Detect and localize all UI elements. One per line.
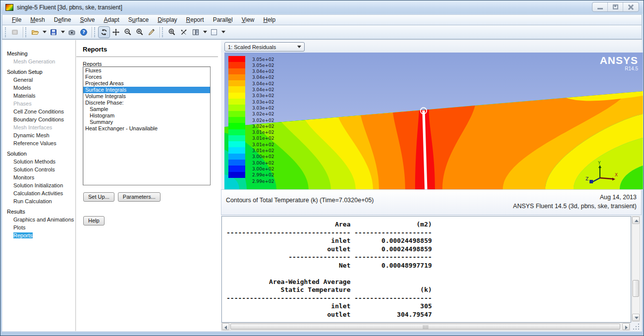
dropdown-arrow-icon[interactable]: [297, 46, 301, 48]
maximize-button[interactable]: [608, 2, 623, 11]
save-case-button[interactable]: [48, 26, 59, 38]
colorbar-label: 3.03e+02: [252, 106, 274, 111]
tree-item-mesh-generation: Mesh Generation: [2, 57, 75, 65]
menu-item-parallel[interactable]: Parallel: [209, 15, 237, 25]
menu-item-surface[interactable]: Surface: [124, 15, 153, 25]
scene-background-dropdown[interactable]: [220, 26, 226, 38]
app-icon: [5, 4, 13, 11]
tree-item-monitors[interactable]: Monitors: [2, 173, 75, 181]
colorbar-label: 3.01e+02: [252, 136, 274, 141]
console-output: Area (m2) ------------------------------…: [226, 221, 432, 319]
resize-grip[interactable]: [633, 324, 640, 331]
menu-item-mesh[interactable]: Mesh: [26, 15, 49, 25]
toolbar-drag-handle[interactable]: [162, 27, 164, 37]
colorbar-cell: [228, 154, 245, 160]
scene-background-button[interactable]: [208, 26, 220, 38]
zoom-in-button[interactable]: [134, 26, 146, 38]
menu-item-help[interactable]: Help: [259, 15, 280, 25]
maximize-icon: [613, 4, 618, 9]
save-dropdown[interactable]: [59, 26, 66, 38]
toolbar-drag-handle[interactable]: [94, 27, 96, 37]
graphics-viewport[interactable]: Y X Z 3.05e+023.05e+023.04e+023.04e+023.…: [224, 53, 643, 189]
set-up-button[interactable]: Set Up...: [83, 192, 114, 202]
arrange-layout-dropdown[interactable]: [202, 26, 208, 38]
pan-button[interactable]: [110, 26, 122, 38]
dropdown-arrow-icon: [43, 31, 47, 33]
tree-item-solution-methods[interactable]: Solution Methods: [2, 158, 75, 166]
tree-item-materials[interactable]: Materials: [2, 92, 75, 100]
reports-listbox[interactable]: FluxesForcesProjected AreasSurface Integ…: [83, 66, 211, 185]
report-list-item-summary[interactable]: Summary: [83, 119, 210, 125]
minimize-icon: [597, 8, 603, 9]
horizontal-scroll-thumb[interactable]: [230, 324, 620, 330]
menu-item-view[interactable]: View: [237, 15, 259, 25]
scroll-down-button[interactable]: [632, 314, 640, 321]
tree-item-reference-values[interactable]: Reference Values: [2, 139, 75, 147]
colorbar-label: 3.02e+02: [252, 124, 274, 129]
help-button[interactable]: Help: [83, 216, 105, 225]
probe-button[interactable]: [146, 26, 158, 38]
report-list-item-histogram[interactable]: Histogram: [83, 112, 210, 119]
menu-item-report[interactable]: Report: [182, 15, 209, 25]
report-list-item-discrete-phase[interactable]: Discrete Phase:: [83, 100, 210, 106]
report-list-item-heat-exchanger-unavailable[interactable]: Heat Exchanger - Unavailable: [83, 125, 210, 132]
colorbar-label: 3.00e+02: [252, 154, 274, 159]
scroll-left-button[interactable]: [222, 323, 229, 330]
report-list-item-sample[interactable]: Sample: [83, 106, 210, 112]
tree-section-meshing[interactable]: Meshing: [2, 50, 75, 57]
scroll-right-button[interactable]: [622, 323, 630, 330]
tree-item-run-calculation[interactable]: Run Calculation: [2, 197, 75, 205]
tree-item-mesh-interfaces: Mesh Interfaces: [2, 123, 75, 131]
menu-item-display[interactable]: Display: [153, 15, 181, 25]
orient-axes-button[interactable]: [178, 26, 190, 38]
titlebar[interactable]: single-5 Fluent [3d, pbns, ske, transien…: [1, 0, 643, 14]
tree-item-plots[interactable]: Plots: [2, 224, 75, 231]
tree-item-calculation-activities[interactable]: Calculation Activities: [2, 189, 75, 197]
zoom-out-button[interactable]: [122, 26, 134, 38]
console-horizontal-scrollbar[interactable]: [221, 323, 630, 331]
parameters-button[interactable]: Parameters...: [118, 192, 161, 202]
tree-section-solution[interactable]: Solution: [2, 150, 75, 158]
menu-item-solve[interactable]: Solve: [75, 15, 99, 25]
console-vertical-scrollbar[interactable]: [632, 216, 640, 322]
snapshot-button[interactable]: [66, 26, 78, 38]
tree-item-cell-zone-conditions[interactable]: Cell Zone Conditions: [2, 108, 75, 115]
pan-icon: [112, 28, 120, 36]
report-list-item-fluxes[interactable]: Fluxes: [83, 67, 210, 74]
tree-item-dynamic-mesh[interactable]: Dynamic Mesh: [2, 131, 75, 139]
scroll-up-button[interactable]: [632, 217, 640, 224]
report-list-item-forces[interactable]: Forces: [83, 74, 210, 80]
tree-section-solution-setup[interactable]: Solution Setup: [2, 68, 75, 76]
colorbar-label: 3.00e+02: [252, 167, 274, 171]
tree-item-general[interactable]: General: [2, 76, 75, 84]
console-text-area[interactable]: Area (m2) ------------------------------…: [221, 216, 631, 323]
tree-item-solution-initialization[interactable]: Solution Initialization: [2, 181, 75, 189]
zoom-window-button[interactable]: [166, 26, 178, 38]
tree-item-boundary-conditions[interactable]: Boundary Conditions: [2, 115, 75, 123]
menu-item-define[interactable]: Define: [50, 15, 76, 25]
menu-item-file[interactable]: File: [7, 15, 26, 25]
vertical-scroll-thumb[interactable]: [633, 280, 639, 297]
toolbar-drag-handle[interactable]: [25, 27, 27, 37]
toolbar-drag-handle[interactable]: [5, 27, 7, 37]
rotate-view-button[interactable]: [98, 26, 110, 38]
help-icon: ?: [80, 28, 88, 36]
zoom-in-icon: [136, 28, 144, 36]
open-file-button[interactable]: [29, 26, 41, 38]
report-list-item-surface-integrals[interactable]: Surface Integrals: [83, 87, 210, 93]
arrange-layout-button[interactable]: [190, 26, 202, 38]
close-button[interactable]: [623, 2, 639, 11]
graphics-window-selector[interactable]: 1: Scaled Residuals: [224, 42, 305, 52]
tree-item-solution-controls[interactable]: Solution Controls: [2, 166, 75, 173]
minimize-button[interactable]: [592, 2, 608, 11]
menu-item-adapt[interactable]: Adapt: [99, 15, 123, 25]
tree-item-models[interactable]: Models: [2, 84, 75, 92]
report-list-item-volume-integrals[interactable]: Volume Integrals: [83, 93, 210, 100]
tree-section-results[interactable]: Results: [2, 208, 75, 216]
report-list-item-projected-areas[interactable]: Projected Areas: [83, 80, 210, 87]
panel-title: Reports: [76, 40, 218, 57]
tree-item-reports[interactable]: Reports: [2, 231, 75, 239]
tree-item-graphics-and-animations[interactable]: Graphics and Animations: [2, 216, 75, 224]
help-toolbar-button[interactable]: ?: [78, 26, 90, 38]
open-file-dropdown[interactable]: [41, 26, 48, 38]
